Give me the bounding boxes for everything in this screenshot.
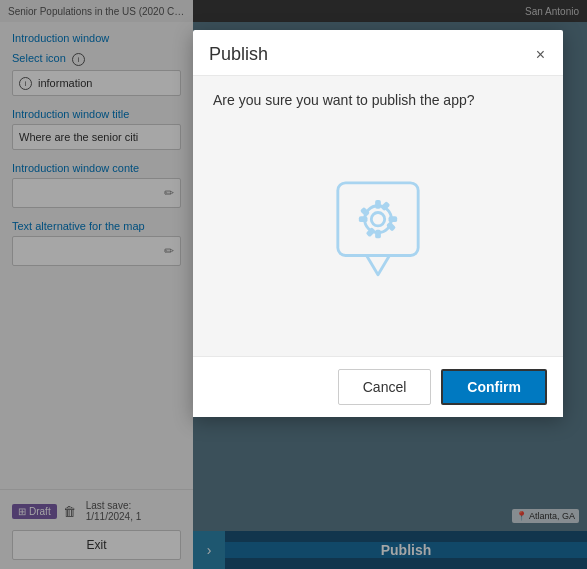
svg-rect-5 bbox=[375, 230, 381, 239]
svg-marker-1 bbox=[367, 256, 390, 275]
modal-title: Publish bbox=[209, 44, 268, 65]
gear-bubble-svg bbox=[328, 179, 428, 289]
modal-footer: Cancel Confirm bbox=[193, 356, 563, 417]
svg-rect-7 bbox=[359, 216, 368, 222]
modal-body: Are you sure you want to publish the app… bbox=[193, 76, 563, 356]
svg-point-3 bbox=[371, 212, 384, 225]
modal-header: Publish × bbox=[193, 30, 563, 76]
publish-icon bbox=[328, 179, 428, 289]
svg-rect-4 bbox=[375, 200, 381, 209]
svg-rect-6 bbox=[389, 216, 398, 222]
svg-point-2 bbox=[365, 206, 392, 233]
modal-question: Are you sure you want to publish the app… bbox=[213, 92, 475, 108]
publish-icon-wrapper bbox=[328, 132, 428, 346]
confirm-button[interactable]: Confirm bbox=[441, 369, 547, 405]
gear-shape bbox=[359, 200, 397, 238]
svg-rect-0 bbox=[338, 183, 418, 256]
publish-modal: Publish × Are you sure you want to publi… bbox=[193, 30, 563, 417]
close-button[interactable]: × bbox=[534, 45, 547, 65]
cancel-button[interactable]: Cancel bbox=[338, 369, 432, 405]
